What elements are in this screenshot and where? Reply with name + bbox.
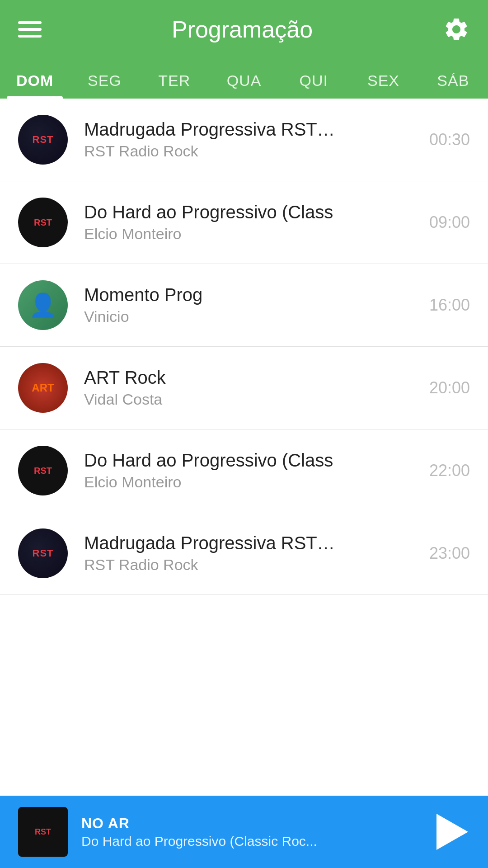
settings-icon[interactable] <box>443 16 470 43</box>
tab-qua[interactable]: QUA <box>209 59 279 99</box>
list-item[interactable]: ART Rock Vidal Costa 20:00 <box>0 347 488 429</box>
list-item[interactable]: Madrugada Progressiva RST ( I RST Radio … <box>0 512 488 595</box>
list-item[interactable]: Madrugada Progressiva RST ( I RST Radio … <box>0 99 488 181</box>
play-button[interactable] <box>429 811 470 852</box>
avatar <box>18 363 68 413</box>
program-info: Do Hard ao Progressivo (Class Elcio Mont… <box>84 202 420 243</box>
program-info: ART Rock Vidal Costa <box>84 368 420 408</box>
player-thumbnail: RST <box>18 807 68 857</box>
program-time: 23:00 <box>429 544 470 563</box>
tab-sex[interactable]: SEX <box>348 59 418 99</box>
list-item[interactable]: Momento Prog Vinicio 16:00 <box>0 264 488 347</box>
program-host: RST Radio Rock <box>84 556 420 574</box>
player-bar[interactable]: RST NO AR Do Hard ao Progressivo (Classi… <box>0 796 488 868</box>
program-name: Do Hard ao Progressivo (Class <box>84 202 337 222</box>
tab-qui[interactable]: QUI <box>279 59 348 99</box>
list-item[interactable]: Do Hard ao Progressivo (Class Elcio Mont… <box>0 429 488 512</box>
avatar <box>18 115 68 165</box>
tab-sab[interactable]: SÁB <box>418 59 488 99</box>
player-on-air-label: NO AR <box>81 815 416 832</box>
program-host: Vidal Costa <box>84 391 420 408</box>
app-header: Programação <box>0 0 488 59</box>
program-name: ART Rock <box>84 368 337 388</box>
program-time: 00:30 <box>429 130 470 149</box>
program-name: Madrugada Progressiva RST ( I <box>84 119 337 140</box>
program-info: Do Hard ao Progressivo (Class Elcio Mont… <box>84 450 420 491</box>
avatar <box>18 198 68 247</box>
program-list: Madrugada Progressiva RST ( I RST Radio … <box>0 99 488 595</box>
program-time: 09:00 <box>429 213 470 232</box>
avatar <box>18 280 68 330</box>
player-info: NO AR Do Hard ao Progressivo (Classic Ro… <box>81 815 416 849</box>
program-name: Do Hard ao Progressivo (Class <box>84 450 337 471</box>
menu-button[interactable] <box>18 21 42 38</box>
tab-dom[interactable]: DOM <box>0 59 70 99</box>
avatar <box>18 446 68 495</box>
page-title: Programação <box>172 16 313 43</box>
program-host: Elcio Monteiro <box>84 473 420 491</box>
program-name: Momento Prog <box>84 285 337 305</box>
tab-seg[interactable]: SEG <box>70 59 139 99</box>
program-info: Madrugada Progressiva RST ( I RST Radio … <box>84 533 420 574</box>
play-icon <box>436 814 468 850</box>
program-time: 20:00 <box>429 378 470 397</box>
day-tabs: DOM SEG TER QUA QUI SEX SÁB <box>0 59 488 99</box>
tab-ter[interactable]: TER <box>140 59 209 99</box>
program-info: Madrugada Progressiva RST ( I RST Radio … <box>84 119 420 160</box>
program-name: Madrugada Progressiva RST ( I <box>84 533 337 553</box>
list-item[interactable]: Do Hard ao Progressivo (Class Elcio Mont… <box>0 181 488 264</box>
program-host: Elcio Monteiro <box>84 225 420 243</box>
program-host: Vinicio <box>84 308 420 326</box>
program-time: 16:00 <box>429 296 470 315</box>
avatar <box>18 528 68 578</box>
program-time: 22:00 <box>429 461 470 480</box>
program-info: Momento Prog Vinicio <box>84 285 420 326</box>
player-thumbnail-label: RST <box>35 827 51 837</box>
program-host: RST Radio Rock <box>84 142 420 160</box>
player-current-show: Do Hard ao Progressivo (Classic Roc... <box>81 834 416 849</box>
